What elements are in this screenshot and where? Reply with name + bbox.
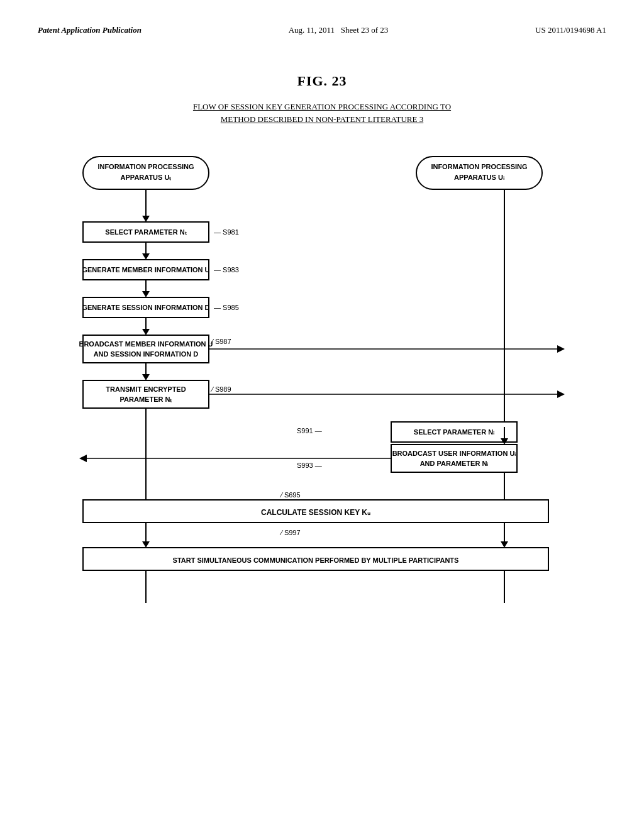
svg-rect-3 (416, 157, 542, 189)
page-header: Patent Application Publication Aug. 11, … (38, 25, 606, 35)
svg-text:TRANSMIT ENCRYPTED: TRANSMIT ENCRYPTED (106, 385, 186, 393)
svg-marker-17 (142, 291, 150, 297)
page: Patent Application Publication Aug. 11, … (0, 0, 644, 830)
svg-text:∕ S989: ∕ S989 (210, 385, 231, 393)
header-publication-type: Patent Application Publication (38, 25, 142, 35)
svg-marker-56 (142, 541, 150, 548)
svg-rect-31 (83, 380, 209, 408)
header-patent-number: US 2011/0194698 A1 (535, 25, 606, 35)
svg-text:AND SESSION INFORMATION D: AND SESSION INFORMATION D (94, 350, 199, 358)
svg-text:BROADCAST MEMBER INFORMATION U: BROADCAST MEMBER INFORMATION U (79, 340, 213, 348)
svg-text:PARAMETER Nₜ: PARAMETER Nₜ (120, 396, 172, 403)
svg-text:∕ S997: ∕ S997 (279, 529, 301, 536)
svg-text:S993 ―: S993 ― (297, 462, 322, 469)
svg-text:S991 ―: S991 ― (297, 427, 322, 434)
svg-marker-22 (142, 329, 150, 335)
svg-text:SELECT PARAMETER Nₜ: SELECT PARAMETER Nₜ (105, 228, 186, 236)
svg-text:CALCULATE SESSION KEY Kᵤ: CALCULATE SESSION KEY Kᵤ (261, 508, 370, 517)
svg-text:— S983: — S983 (214, 266, 239, 274)
svg-text:INFORMATION PROCESSING: INFORMATION PROCESSING (431, 163, 527, 170)
svg-text:GENERATE SESSION INFORMATION D: GENERATE SESSION INFORMATION D (82, 304, 209, 311)
svg-text:INFORMATION PROCESSING: INFORMATION PROCESSING (97, 163, 194, 170)
svg-text:∕ S987: ∕ S987 (210, 338, 231, 345)
svg-marker-48 (79, 455, 87, 462)
diagram: INFORMATION PROCESSING APPARATUS Uₜ INFO… (64, 150, 580, 716)
svg-text:APPARATUS Uᵢ: APPARATUS Uᵢ (454, 174, 504, 181)
svg-text:SELECT PARAMETER Nᵢ: SELECT PARAMETER Nᵢ (414, 428, 494, 436)
svg-marker-7 (142, 216, 150, 222)
svg-rect-44 (391, 445, 517, 472)
svg-rect-23 (83, 335, 209, 363)
svg-text:APPARATUS Uₜ: APPARATUS Uₜ (121, 174, 172, 181)
svg-rect-0 (83, 157, 209, 189)
svg-text:— S985: — S985 (214, 304, 239, 311)
svg-marker-36 (557, 390, 565, 398)
svg-text:AND PARAMETER Nᵢ: AND PARAMETER Nᵢ (420, 460, 489, 467)
header-date-sheet: Aug. 11, 2011 Sheet 23 of 23 (289, 25, 389, 35)
figure-title: FIG. 23 (38, 73, 606, 89)
svg-text:START SIMULTANEOUS COMMUNICATI: START SIMULTANEOUS COMMUNICATION PERFORM… (173, 556, 459, 564)
svg-marker-28 (557, 345, 565, 353)
svg-marker-58 (501, 541, 508, 548)
svg-text:BROADCAST USER INFORMATION Uᵢ: BROADCAST USER INFORMATION Uᵢ (392, 450, 516, 457)
svg-marker-12 (142, 253, 150, 260)
svg-text:∕ S695: ∕ S695 (279, 491, 301, 499)
svg-text:— S981: — S981 (214, 228, 239, 236)
figure-subtitle: FLOW OF SESSION KEY GENERATION PROCESSIN… (38, 101, 606, 125)
svg-marker-30 (142, 374, 150, 380)
svg-text:GENERATE MEMBER INFORMATION U: GENERATE MEMBER INFORMATION U (82, 266, 209, 274)
